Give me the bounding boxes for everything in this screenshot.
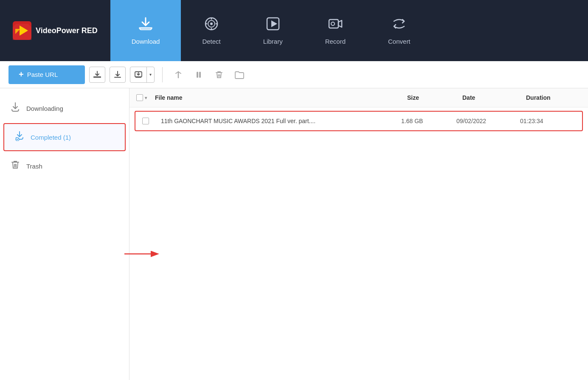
convert-nav-icon [391, 16, 407, 34]
pause-all-btn[interactable] [170, 67, 186, 83]
header-check: ▾ [136, 94, 155, 101]
nav-item-detect[interactable]: Detect [181, 0, 242, 61]
app-logo-icon [13, 21, 31, 40]
download-to-btn[interactable] [89, 67, 105, 83]
svg-line-21 [218, 74, 219, 77]
nav-label-download: Download [132, 38, 160, 45]
toolbar-divider [162, 67, 163, 82]
svg-rect-3 [139, 27, 152, 29]
header-filename: File name [155, 94, 407, 101]
svg-rect-19 [199, 72, 201, 78]
nav-items: Download Detect [110, 0, 588, 61]
app-logo: VideoPower RED [0, 0, 110, 61]
record-nav-icon [328, 16, 343, 34]
batch-download-icon [130, 67, 146, 83]
download-nav-icon [138, 16, 153, 34]
svg-rect-16 [93, 76, 101, 78]
top-nav: VideoPower RED Download [0, 0, 588, 61]
sidebar-label-trash: Trash [26, 163, 42, 170]
svg-line-22 [220, 74, 220, 77]
sidebar-label-downloading: Downloading [26, 105, 63, 112]
library-nav-icon [265, 16, 281, 34]
paste-url-button[interactable]: + Paste URL [8, 65, 85, 84]
open-folder-btn[interactable] [231, 67, 248, 83]
batch-download-btn[interactable]: ▾ [130, 67, 155, 83]
file-date-cell: 09/02/2022 [456, 118, 520, 124]
file-area: ▾ File name Size Date Duration 11th GAON… [129, 88, 588, 380]
header-size: Size [407, 94, 462, 101]
svg-point-6 [210, 23, 213, 25]
header-duration: Duration [526, 94, 581, 101]
nav-label-convert: Convert [388, 38, 411, 45]
download-icon [113, 70, 122, 79]
completed-icon [14, 131, 25, 144]
row-checkbox[interactable] [142, 118, 149, 124]
file-duration-cell: 01:23:34 [520, 118, 575, 124]
toolbar: + Paste URL ▾ [0, 61, 588, 88]
detect-nav-icon [204, 16, 219, 34]
download-btn[interactable] [110, 67, 126, 83]
nav-item-library[interactable]: Library [242, 0, 304, 61]
folder-icon [234, 70, 245, 79]
download-to-icon [93, 70, 101, 79]
svg-marker-14 [338, 20, 342, 27]
sidebar-item-trash[interactable]: Trash [0, 153, 129, 179]
sidebar-item-downloading[interactable]: Downloading [0, 95, 129, 121]
header-date: Date [462, 94, 526, 101]
downloading-icon [10, 102, 20, 115]
svg-line-25 [14, 164, 15, 167]
app-title: VideoPower RED [36, 26, 98, 35]
pause-all-icon [174, 70, 183, 79]
svg-point-15 [331, 22, 335, 25]
nav-item-download[interactable]: Download [110, 0, 181, 61]
table-row[interactable]: 11th GAONCHART MUSIC AWARDS 2021 Full ve… [135, 111, 583, 131]
pause-btn[interactable] [191, 67, 207, 83]
svg-line-26 [16, 164, 17, 167]
table-header: ▾ File name Size Date Duration [129, 88, 588, 107]
paste-url-label: Paste URL [27, 71, 58, 78]
file-size-cell: 1.68 GB [401, 118, 456, 124]
row-checkbox-cell [142, 118, 161, 124]
svg-rect-13 [329, 20, 338, 28]
svg-rect-18 [197, 72, 198, 78]
trash-icon [10, 160, 20, 172]
sidebar-label-completed: Completed (1) [31, 134, 71, 141]
nav-label-record: Record [325, 38, 346, 45]
delete-icon [214, 70, 224, 79]
select-all-checkbox[interactable] [136, 94, 143, 101]
nav-label-library: Library [263, 38, 283, 45]
header-sort-arrow: ▾ [145, 96, 147, 100]
nav-label-detect: Detect [202, 38, 220, 45]
plus-icon: + [19, 70, 24, 79]
delete-btn[interactable] [211, 67, 227, 83]
svg-marker-12 [271, 20, 277, 27]
nav-item-convert[interactable]: Convert [367, 0, 432, 61]
main-content: Downloading Completed (1) [0, 88, 588, 380]
pause-icon [194, 70, 203, 79]
nav-item-record[interactable]: Record [304, 0, 367, 61]
sidebar-item-completed[interactable]: Completed (1) [3, 123, 126, 151]
dropdown-arrow-icon: ▾ [146, 67, 154, 83]
file-name-cell: 11th GAONCHART MUSIC AWARDS 2021 Full ve… [161, 118, 401, 124]
sidebar: Downloading Completed (1) [0, 88, 129, 380]
